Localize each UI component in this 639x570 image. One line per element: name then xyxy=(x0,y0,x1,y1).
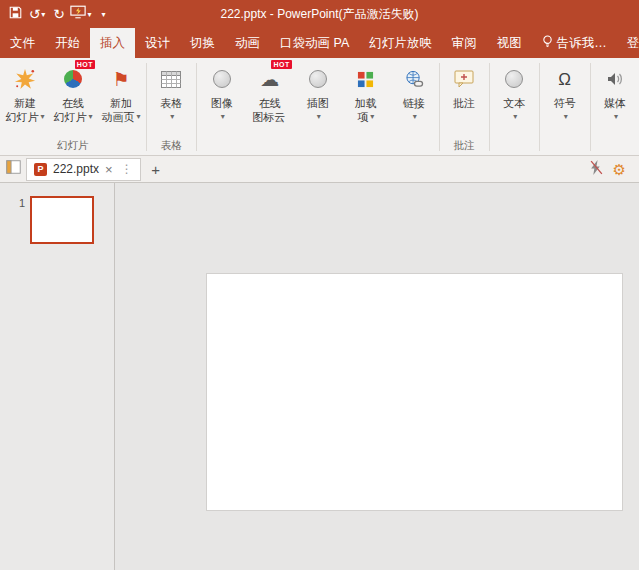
panel-toggle-button[interactable] xyxy=(3,158,23,180)
button-label: 在线 xyxy=(259,96,281,110)
links-button[interactable]: 链接 ▾ xyxy=(390,59,438,138)
illustrations-button[interactable]: 插图 ▾ xyxy=(294,59,342,138)
addin-icon xyxy=(357,62,374,96)
menu-tab-label: 审阅 xyxy=(452,35,477,52)
dropdown-arrow-icon: ▾ xyxy=(40,110,44,124)
chevron-down-icon: ▾ xyxy=(41,10,45,19)
dropdown-arrow-icon: ▾ xyxy=(614,110,618,124)
powerpoint-file-icon: P xyxy=(34,163,47,176)
button-label: 图标云 xyxy=(252,110,285,124)
document-tab-bar: P 222.pptx × ⋮ + ⚙ xyxy=(0,156,639,183)
new-tab-button[interactable]: + xyxy=(144,159,168,180)
menu-tab-label: 动画 xyxy=(235,35,260,52)
addins-button[interactable]: 加载 项▾ xyxy=(342,59,390,138)
slide-number: 1 xyxy=(19,197,25,209)
button-label: 幻灯片 xyxy=(5,110,38,124)
ribbon-group-symbols: Ω 符号 ▾ xyxy=(541,59,589,155)
online-iconcloud-button[interactable]: HOT ☁ 在线 图标云 xyxy=(246,59,294,138)
signin-button[interactable]: 登录 xyxy=(617,28,639,58)
illustration-icon xyxy=(309,62,327,96)
text-button[interactable]: 文本 ▾ xyxy=(490,59,538,138)
powerpoint-window: ↺ ▾ ↻ ▾ ▾ 222.pptx - PowerPoint(产品激活失败) … xyxy=(0,0,639,570)
menu-tab-label: 文件 xyxy=(10,35,35,52)
table-icon xyxy=(161,62,181,96)
table-button[interactable]: 表格 ▾ xyxy=(147,59,195,138)
menu-tab-tellme[interactable]: 告诉我… xyxy=(532,28,617,58)
button-label: 动画页 xyxy=(101,110,134,124)
button-label: 媒体 xyxy=(604,96,626,110)
flag-icon: ⚑ xyxy=(112,62,129,96)
menu-tab-label: 视图 xyxy=(497,35,522,52)
ribbon-group-text: 文本 ▾ xyxy=(490,59,538,155)
button-label: 符号 xyxy=(554,96,576,110)
save-button[interactable] xyxy=(4,2,26,26)
tabbar-tools: ⚙ xyxy=(590,160,636,179)
gear-icon[interactable]: ⚙ xyxy=(613,162,626,177)
menu-tab-label: 设计 xyxy=(145,35,170,52)
presentation-flash-icon xyxy=(70,5,86,23)
slide-canvas[interactable] xyxy=(207,274,622,510)
menu-tab-view[interactable]: 视图 xyxy=(487,28,532,58)
undo-button[interactable]: ↺ ▾ xyxy=(26,2,48,26)
ribbon-group-label xyxy=(541,138,589,155)
menu-tab-pocket-animation[interactable]: 口袋动画 PA xyxy=(270,28,359,58)
media-button[interactable]: 媒体 ▾ xyxy=(591,59,639,138)
ribbon-group-images: 图像 ▾ HOT ☁ 在线 图标云 插图 ▾ xyxy=(198,59,438,155)
link-icon xyxy=(404,62,424,96)
qat-customize-button[interactable]: ▾ xyxy=(92,2,114,26)
document-tab[interactable]: P 222.pptx × ⋮ xyxy=(26,158,141,181)
document-tab-label: 222.pptx xyxy=(53,162,99,176)
images-button[interactable]: 图像 ▾ xyxy=(198,59,246,138)
button-label: 表格 xyxy=(160,96,182,110)
title-bar: ↺ ▾ ↻ ▾ ▾ 222.pptx - PowerPoint(产品激活失败) xyxy=(0,0,639,28)
tab-menu-icon[interactable]: ⋮ xyxy=(121,163,133,175)
new-animation-page-button[interactable]: ⚑ 新加 动画页▾ xyxy=(97,59,145,138)
menu-tab-transitions[interactable]: 切换 xyxy=(180,28,225,58)
lightning-slash-icon[interactable] xyxy=(590,160,603,179)
picture-icon xyxy=(213,62,231,96)
dropdown-arrow-icon: ▾ xyxy=(88,110,92,124)
omega-icon: Ω xyxy=(558,62,571,96)
menu-tab-slideshow[interactable]: 幻灯片放映 xyxy=(359,28,442,58)
slides-panel[interactable]: 1 xyxy=(0,183,115,570)
menu-tab-label: 幻灯片放映 xyxy=(369,35,432,52)
ribbon-group-label xyxy=(490,138,538,155)
panel-toggle-icon xyxy=(6,160,21,178)
button-label: 新加 xyxy=(110,96,132,110)
button-label: 插图 xyxy=(307,96,329,110)
quick-access-toolbar: ↺ ▾ ↻ ▾ ▾ xyxy=(4,2,114,26)
slide-thumbnail[interactable] xyxy=(30,196,94,244)
editor-area[interactable] xyxy=(115,183,639,570)
redo-button[interactable]: ↻ xyxy=(48,2,70,26)
ribbon-group-label xyxy=(591,138,639,155)
comment-button[interactable]: 批注 xyxy=(440,59,488,138)
ribbon-group-label: 幻灯片 xyxy=(1,138,145,155)
qat-custom-button[interactable]: ▾ xyxy=(70,2,92,26)
menu-tab-label: 开始 xyxy=(55,35,80,52)
menu-tab-label: 插入 xyxy=(100,35,125,52)
dropdown-arrow-icon: ▾ xyxy=(370,110,374,124)
hot-badge: HOT xyxy=(271,60,291,69)
new-slide-button[interactable]: 新建 幻灯片▾ xyxy=(1,59,49,138)
slide-list-item[interactable]: 1 xyxy=(0,196,114,244)
menu-tab-label: 登录 xyxy=(627,35,639,52)
symbols-button[interactable]: Ω 符号 ▾ xyxy=(541,59,589,138)
menu-tab-animations[interactable]: 动画 xyxy=(225,28,270,58)
menu-tab-review[interactable]: 审阅 xyxy=(442,28,487,58)
close-icon[interactable]: × xyxy=(105,163,113,176)
new-slide-icon xyxy=(14,62,36,96)
ribbon-group-media: 媒体 ▾ xyxy=(591,59,639,155)
menu-tab-file[interactable]: 文件 xyxy=(0,28,45,58)
ribbon-group-comment: 批注 批注 xyxy=(440,59,488,155)
button-label: 文本 xyxy=(503,96,525,110)
button-label: 在线 xyxy=(62,96,84,110)
redo-icon: ↻ xyxy=(53,7,65,21)
button-label: 链接 xyxy=(403,96,425,110)
ribbon-group-table: 表格 ▾ 表格 xyxy=(147,59,195,155)
online-slides-button[interactable]: HOT 在线 幻灯片▾ xyxy=(49,59,97,138)
menu-tab-insert[interactable]: 插入 xyxy=(90,28,135,58)
dropdown-arrow-icon: ▾ xyxy=(564,110,568,124)
menu-tab-home[interactable]: 开始 xyxy=(45,28,90,58)
menu-tab-design[interactable]: 设计 xyxy=(135,28,180,58)
dropdown-arrow-icon: ▾ xyxy=(513,110,517,124)
